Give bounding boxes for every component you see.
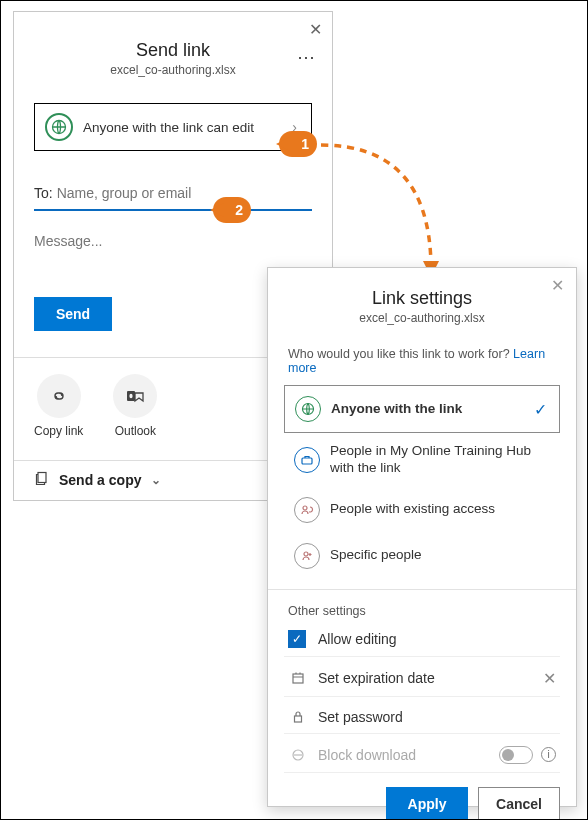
- globe-icon: [45, 113, 73, 141]
- globe-icon: [295, 396, 321, 422]
- link-settings-filename: excel_co-authoring.xlsx: [268, 311, 576, 325]
- svg-rect-9: [295, 716, 302, 722]
- option-anyone-with-link[interactable]: Anyone with the link ✓: [284, 385, 560, 433]
- link-icon: [37, 374, 81, 418]
- check-icon: ✓: [534, 400, 547, 419]
- outlook-label: Outlook: [115, 424, 156, 438]
- allow-editing-row[interactable]: ✓ Allow editing: [284, 622, 560, 657]
- annotation-callout-2: 2: [213, 197, 251, 223]
- option-existing-access[interactable]: People with existing access: [284, 487, 560, 533]
- block-download-label: Block download: [318, 747, 416, 763]
- svg-rect-5: [302, 458, 312, 464]
- send-link-title: Send link: [14, 40, 332, 61]
- link-settings-prompt: Who would you like this link to work for…: [288, 347, 556, 375]
- option-label: People in My Online Training Hub with th…: [330, 443, 550, 477]
- option-label: Specific people: [330, 547, 422, 564]
- copy-link-button[interactable]: Copy link: [34, 374, 83, 438]
- block-download-toggle: [499, 746, 533, 764]
- option-specific-people[interactable]: Specific people: [284, 533, 560, 579]
- option-label: People with existing access: [330, 501, 495, 518]
- svg-point-7: [304, 552, 308, 556]
- svg-point-6: [303, 506, 307, 510]
- password-label: Set password: [318, 709, 403, 725]
- svg-point-2: [130, 394, 133, 398]
- outlook-icon: [113, 374, 157, 418]
- info-icon[interactable]: i: [541, 747, 556, 762]
- lock-icon: [288, 710, 308, 724]
- copy-link-label: Copy link: [34, 424, 83, 438]
- calendar-icon: [288, 671, 308, 685]
- more-options-icon[interactable]: ⋯: [297, 46, 316, 68]
- divider: [268, 589, 576, 590]
- briefcase-icon: [294, 447, 320, 473]
- chevron-down-icon: ⌄: [151, 473, 161, 487]
- people-refresh-icon: [294, 497, 320, 523]
- link-permissions-label: Anyone with the link can edit: [83, 120, 254, 135]
- to-label: To:: [34, 185, 53, 201]
- send-link-filename: excel_co-authoring.xlsx: [14, 63, 332, 77]
- link-settings-title: Link settings: [268, 288, 576, 309]
- annotation-callout-1: 1: [279, 131, 317, 157]
- message-input[interactable]: Message...: [34, 233, 312, 249]
- allow-editing-label: Allow editing: [318, 631, 397, 647]
- close-icon[interactable]: ✕: [309, 20, 322, 39]
- recipients-input[interactable]: [57, 185, 312, 201]
- send-a-copy-label: Send a copy: [59, 472, 141, 488]
- close-icon[interactable]: ✕: [551, 276, 564, 295]
- block-download-row: Block download i: [284, 738, 560, 773]
- cancel-button[interactable]: Cancel: [478, 787, 560, 820]
- expiration-row[interactable]: Set expiration date ✕: [284, 661, 560, 697]
- svg-rect-3: [38, 473, 46, 483]
- apply-button[interactable]: Apply: [386, 787, 468, 820]
- person-plus-icon: [294, 543, 320, 569]
- block-icon: [288, 748, 308, 762]
- link-settings-panel: ✕ Link settings excel_co-authoring.xlsx …: [267, 267, 577, 807]
- other-settings-header: Other settings: [288, 604, 556, 618]
- allow-editing-checkbox[interactable]: ✓: [288, 630, 306, 648]
- annotation-arrow: [319, 137, 449, 287]
- svg-rect-8: [293, 674, 303, 683]
- expiration-label: Set expiration date: [318, 670, 435, 686]
- recipients-field[interactable]: To:: [34, 179, 312, 211]
- clear-expiration-icon[interactable]: ✕: [543, 669, 556, 688]
- copy-icon: [34, 471, 49, 489]
- send-button[interactable]: Send: [34, 297, 112, 331]
- password-row[interactable]: Set password: [284, 701, 560, 734]
- outlook-button[interactable]: Outlook: [113, 374, 157, 438]
- option-label: Anyone with the link: [331, 401, 462, 418]
- option-people-in-org[interactable]: People in My Online Training Hub with th…: [284, 433, 560, 487]
